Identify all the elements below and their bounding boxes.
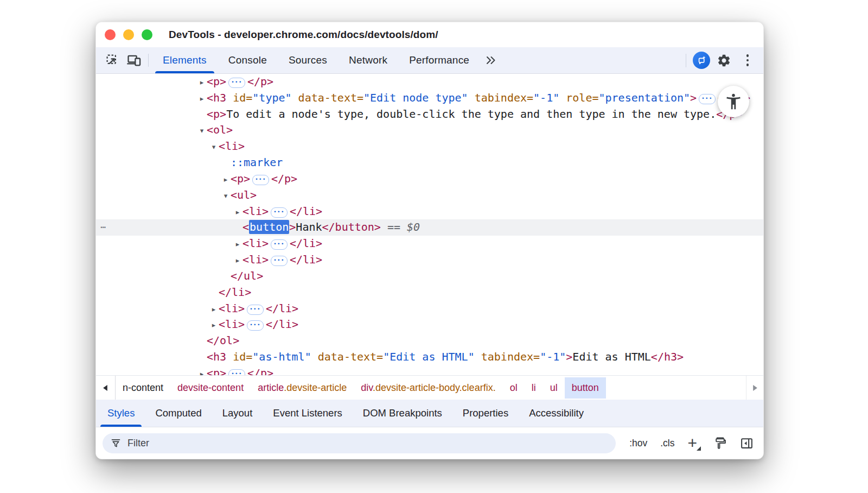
dom-tree-row[interactable]: ▾<ul> xyxy=(96,187,763,204)
device-toolbar-button[interactable] xyxy=(123,47,145,73)
breadcrumb-scroll-left-button[interactable] xyxy=(96,376,116,400)
panel-toggle-button[interactable] xyxy=(740,437,754,450)
dom-tree-row[interactable]: ▸<li>•••</li> xyxy=(96,317,763,333)
breadcrumb-part-tag: div xyxy=(361,382,373,393)
dom-tree-row[interactable]: ▾<ol> xyxy=(96,122,763,138)
tab-properties[interactable]: Properties xyxy=(455,400,516,427)
dom-tree-row[interactable]: </ol> xyxy=(96,333,763,349)
expand-ellipsis-button[interactable]: ••• xyxy=(247,305,264,315)
breadcrumb-item[interactable]: article.devsite-article xyxy=(251,377,354,399)
twisty-collapsed-icon[interactable]: ▸ xyxy=(233,204,242,220)
more-options-kebab-icon xyxy=(746,54,749,66)
code-token-attr: data-text= xyxy=(292,91,363,104)
breadcrumb-item[interactable]: devsite-content xyxy=(170,377,251,399)
filter-input[interactable] xyxy=(127,438,608,449)
breadcrumb-item[interactable]: div.devsite-article-body.clearfix. xyxy=(354,377,502,399)
twisty-collapsed-icon[interactable]: ▸ xyxy=(233,252,242,269)
expand-ellipsis-button[interactable]: ••• xyxy=(247,320,264,331)
dom-tree-row[interactable]: <p>To edit a node's type, double-click t… xyxy=(96,106,763,123)
code-token-tag: </p> xyxy=(247,366,273,375)
dom-tree-row[interactable]: ▸<li>•••</li> xyxy=(96,204,763,220)
window-title: DevTools - developer.chrome.com/docs/dev… xyxy=(169,29,438,41)
dom-tree-row[interactable]: </li> xyxy=(96,285,763,301)
expand-ellipsis-button[interactable]: ••• xyxy=(228,369,245,375)
expand-ellipsis-button[interactable]: ••• xyxy=(271,256,288,266)
dom-tree-row[interactable]: ⋯<button>Hank</button> == $0 xyxy=(96,219,763,236)
code-token-val: "Edit as HTML" xyxy=(383,350,475,363)
twisty-collapsed-icon[interactable]: ▸ xyxy=(197,74,207,91)
expand-ellipsis-button[interactable]: ••• xyxy=(271,239,288,250)
expand-ellipsis-button[interactable]: ••• xyxy=(271,207,288,218)
breadcrumb-bar: n-contentdevsite-contentarticle.devsite-… xyxy=(96,375,763,400)
code-token-attr: role= xyxy=(559,91,598,104)
new-style-rule-button[interactable]: + xyxy=(687,438,700,448)
dom-tree-row[interactable]: ▸<li>•••</li> xyxy=(96,252,763,268)
left-triangle-icon xyxy=(103,385,108,391)
breadcrumb-item[interactable]: ul xyxy=(543,377,565,399)
tab-dom-breakpoints[interactable]: DOM Breakpoints xyxy=(355,400,450,427)
code-token-pseudo: ::marker xyxy=(231,156,283,169)
filter-field[interactable] xyxy=(103,433,616,453)
pseudo-state-toggle[interactable]: :hov xyxy=(629,438,647,449)
minimize-button[interactable] xyxy=(123,29,134,40)
dom-tree-row[interactable]: ▸<p>•••</p> xyxy=(96,74,763,90)
expand-ellipsis-button[interactable]: ••• xyxy=(699,94,716,104)
ai-assistant-button[interactable] xyxy=(693,52,710,69)
breadcrumb-scroll-right-button[interactable] xyxy=(746,376,763,400)
tab-elements[interactable]: Elements xyxy=(155,47,215,73)
dom-tree-row[interactable]: ▸<p>•••</p> xyxy=(96,365,763,375)
dom-tree-row[interactable]: ▸<h3 id="type" data-text="Edit node type… xyxy=(96,90,763,106)
tab-layout[interactable]: Layout xyxy=(215,400,260,427)
dom-tree-row[interactable]: ::marker xyxy=(96,155,763,171)
maximize-button[interactable] xyxy=(142,29,152,40)
breadcrumb-part-cls: .devsite-article xyxy=(284,382,347,393)
breadcrumb-item[interactable]: button xyxy=(565,377,606,399)
dom-tree-row[interactable]: </ul> xyxy=(96,268,763,285)
tab-computed[interactable]: Computed xyxy=(148,400,209,427)
tab-console[interactable]: Console xyxy=(220,47,275,73)
tab-performance[interactable]: Performance xyxy=(401,47,477,73)
tab-accessibility[interactable]: Accessibility xyxy=(521,400,591,427)
expand-ellipsis-button[interactable]: ••• xyxy=(252,175,269,185)
close-button[interactable] xyxy=(105,29,116,40)
double-chevron-icon xyxy=(484,54,497,67)
settings-button[interactable] xyxy=(713,50,734,71)
twisty-expanded-icon[interactable]: ▾ xyxy=(209,139,219,155)
tab-network[interactable]: Network xyxy=(341,47,395,73)
twisty-expanded-icon[interactable]: ▾ xyxy=(221,188,231,204)
code-token-tag: <li> xyxy=(219,140,245,153)
twisty-collapsed-icon[interactable]: ▸ xyxy=(197,91,207,107)
twisty-collapsed-icon[interactable]: ▸ xyxy=(221,172,231,188)
twisty-expanded-icon[interactable]: ▾ xyxy=(197,123,207,139)
paint-brush-button[interactable] xyxy=(713,437,727,450)
code-token-tag: </li> xyxy=(290,205,322,218)
breadcrumb-part-tag: button xyxy=(572,382,599,393)
dom-tree-row[interactable]: ▸<li>•••</li> xyxy=(96,236,763,252)
code-token-tag: <p> xyxy=(207,75,226,88)
class-toggle[interactable]: .cls xyxy=(660,438,674,449)
twisty-collapsed-icon[interactable]: ▸ xyxy=(197,366,207,375)
dom-tree-row[interactable]: ▸<li>•••</li> xyxy=(96,301,763,317)
more-options-button[interactable] xyxy=(737,50,758,71)
dom-tree-row[interactable]: <h3 id="as-html" data-text="Edit as HTML… xyxy=(96,349,763,365)
breadcrumb-item[interactable]: n-content xyxy=(116,377,170,399)
twisty-collapsed-icon[interactable]: ▸ xyxy=(209,317,219,333)
code-token-attr: tabindex= xyxy=(468,91,533,104)
right-triangle-icon xyxy=(752,385,758,391)
code-token-val: "type" xyxy=(252,91,291,104)
more-tabs-button[interactable] xyxy=(480,47,502,73)
breadcrumb-item[interactable]: li xyxy=(525,377,543,399)
inspect-element-button[interactable] xyxy=(101,47,123,73)
tab-event-listeners[interactable]: Event Listeners xyxy=(265,400,350,427)
code-token-tag: <li> xyxy=(219,318,245,331)
row-actions-dots[interactable]: ⋯ xyxy=(100,219,107,236)
twisty-collapsed-icon[interactable]: ▸ xyxy=(233,236,242,252)
breadcrumb-item[interactable]: ol xyxy=(503,377,525,399)
dom-tree-row[interactable]: ▾<li> xyxy=(96,138,763,155)
tab-styles[interactable]: Styles xyxy=(100,400,142,427)
expand-ellipsis-button[interactable]: ••• xyxy=(228,78,245,88)
twisty-collapsed-icon[interactable]: ▸ xyxy=(209,301,219,318)
toolbar-right-actions xyxy=(682,47,758,73)
dom-tree-row[interactable]: ▸<p>•••</p> xyxy=(96,171,763,187)
tab-sources[interactable]: Sources xyxy=(280,47,335,73)
